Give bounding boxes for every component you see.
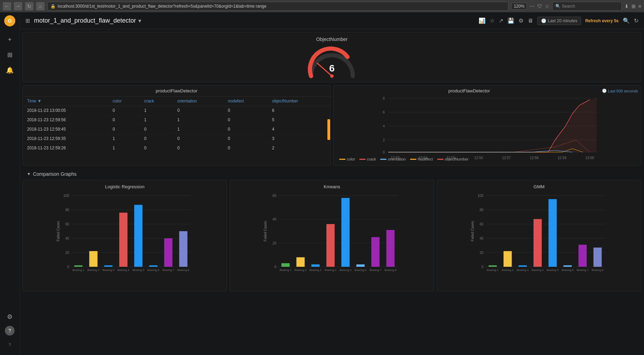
refresh-icon[interactable]: ↻: [634, 17, 638, 24]
sidebar: G + ⊞ 🔔 ⚙ ? ?: [0, 13, 20, 355]
col-nodefect[interactable]: nodefect: [224, 97, 268, 106]
bar: [594, 248, 602, 267]
settings-icon[interactable]: ⚙: [519, 17, 523, 24]
table-cell: 1: [140, 106, 173, 115]
table-body: 2018-11-23 13:00:05010062018-11-23 12:59…: [23, 106, 330, 153]
bar-chart-panel: GMM020406080100Failed CasesBearing 1Bear…: [437, 180, 641, 291]
line-chart-area: 8 6 4 2 0 12:53 12:54 12:55 12:56 12:57 …: [336, 95, 638, 156]
section-title: Comparison Graphs: [33, 171, 76, 177]
home-button[interactable]: ⌂: [36, 2, 44, 10]
svg-text:100: 100: [63, 194, 69, 198]
bar: [578, 245, 587, 267]
svg-text:20: 20: [272, 241, 277, 245]
table-cell: 0: [224, 134, 268, 143]
refresh-button[interactable]: Refresh every 5s: [585, 18, 619, 23]
top-bar: ⊞ motor_1_and_product_flaw_detector ▼ 📊 …: [20, 13, 644, 29]
svg-text:Bearing 6: Bearing 6: [562, 269, 574, 272]
svg-point-3: [330, 74, 334, 78]
search-icon: 🔍: [555, 4, 561, 9]
avatar[interactable]: ?: [5, 326, 15, 336]
time-range-selector[interactable]: 🕐 Last 20 minutes: [537, 17, 581, 25]
scrollbar[interactable]: [327, 119, 330, 140]
bar: [74, 265, 83, 267]
table-row: 2018-11-23 13:00:0501006: [23, 106, 330, 115]
bar-chart-title: Logistic Regression: [27, 184, 222, 189]
table-row: 2018-11-23 12:59:3510003: [23, 134, 330, 143]
svg-text:Bearing 1: Bearing 1: [279, 269, 292, 272]
table-cell: 2018-11-23 12:59:56: [23, 115, 108, 125]
dropdown-chevron-icon[interactable]: ▼: [137, 18, 142, 24]
col-color[interactable]: color: [108, 97, 140, 106]
svg-text:4: 4: [383, 124, 385, 128]
time-range-text: Last 20 minutes: [548, 18, 577, 23]
col-time[interactable]: Time ▼: [23, 97, 108, 106]
svg-marker-23: [388, 98, 597, 152]
sidebar-item-settings[interactable]: ⚙: [3, 310, 17, 324]
svg-text:6: 6: [329, 63, 335, 74]
browser-right-icons: ⬇ ⊞ ≡: [625, 3, 641, 9]
table-cell: 2018-11-23 13:00:05: [23, 106, 108, 115]
bar-chart-title: Kmeans: [234, 184, 430, 189]
col-objectnumber[interactable]: objectNumber: [268, 97, 330, 106]
bar: [356, 264, 365, 267]
section-header[interactable]: ▼ Comparison Graphs: [23, 168, 641, 180]
svg-text:12:53: 12:53: [391, 156, 399, 160]
svg-text:80: 80: [65, 208, 70, 212]
table-cell: 0: [224, 125, 268, 134]
svg-text:Bearing 3: Bearing 3: [310, 269, 322, 272]
bar: [563, 265, 572, 267]
sidebar-item-alerting[interactable]: 🔔: [3, 63, 17, 77]
gauge-container: 6: [27, 45, 637, 80]
table-cell: 0: [140, 143, 173, 153]
svg-text:40: 40: [480, 237, 484, 240]
search-icon-top[interactable]: 🔍: [623, 17, 630, 24]
svg-text:Bearing 2: Bearing 2: [88, 269, 100, 272]
reload-button[interactable]: ↻: [25, 2, 33, 10]
monitor-icon[interactable]: 🖥: [528, 18, 533, 24]
sidebar-item-dashboards[interactable]: ⊞: [3, 48, 17, 62]
svg-text:0: 0: [383, 150, 385, 154]
bar: [548, 199, 557, 267]
back-button[interactable]: ←: [3, 2, 11, 10]
url-text: localhost:3000/d/1st_test/motor_1_and_pr…: [58, 4, 266, 9]
extensions-icon[interactable]: ⋯: [530, 3, 535, 9]
grafana-logo[interactable]: G: [4, 15, 15, 26]
tabs-icon[interactable]: ⊞: [631, 3, 636, 9]
table-cell: 0: [224, 106, 268, 115]
svg-text:0: 0: [481, 265, 483, 269]
bar-chart-title: GMM: [441, 184, 637, 189]
col-orientation[interactable]: orientation: [173, 97, 223, 106]
bar-chart-panel: Logistic Regression020406080100Failed Ca…: [23, 180, 227, 291]
svg-text:13:00: 13:00: [585, 156, 594, 160]
shield-icon[interactable]: 🛡: [537, 3, 542, 9]
col-crack[interactable]: crack: [140, 97, 173, 106]
bar-chart-svg: 0204060Failed CasesBearing 1Bearing 2Bea…: [234, 192, 430, 286]
bar: [149, 265, 157, 267]
svg-text:60: 60: [272, 194, 277, 198]
forward-button[interactable]: →: [14, 2, 22, 10]
star-icon[interactable]: ☆: [490, 17, 495, 24]
url-bar[interactable]: 🔒 localhost:3000/d/1st_test/motor_1_and_…: [47, 2, 508, 11]
table-row: 2018-11-23 12:59:5601105: [23, 115, 330, 125]
sidebar-item-add[interactable]: +: [3, 33, 17, 47]
main-content: ⊞ motor_1_and_product_flaw_detector ▼ 📊 …: [20, 13, 644, 355]
svg-text:Bearing 1: Bearing 1: [72, 269, 84, 272]
svg-text:20: 20: [65, 251, 70, 255]
save-icon[interactable]: 💾: [507, 17, 514, 24]
bookmark-icon[interactable]: ☆: [545, 3, 549, 9]
svg-text:2: 2: [383, 138, 385, 142]
svg-text:Bearing 8: Bearing 8: [384, 269, 397, 272]
download-icon[interactable]: ⬇: [625, 3, 629, 9]
share-icon[interactable]: ↗: [499, 17, 503, 24]
menu-icon[interactable]: ≡: [638, 3, 641, 9]
bar: [282, 263, 290, 267]
table-cell: 6: [268, 106, 330, 115]
table-cell: 0: [224, 143, 268, 153]
table-cell: 0: [224, 115, 268, 125]
browser-search-bar[interactable]: 🔍 Search: [552, 2, 622, 11]
browser-chrome: ← → ↻ ⌂ 🔒 localhost:3000/d/1st_test/moto…: [0, 0, 644, 13]
svg-text:Bearing 5: Bearing 5: [547, 269, 559, 272]
graph-icon[interactable]: 📊: [479, 17, 486, 24]
sidebar-item-help[interactable]: ?: [3, 338, 17, 352]
table-header-row: Time ▼ color crack orientation nodefect …: [23, 97, 330, 106]
